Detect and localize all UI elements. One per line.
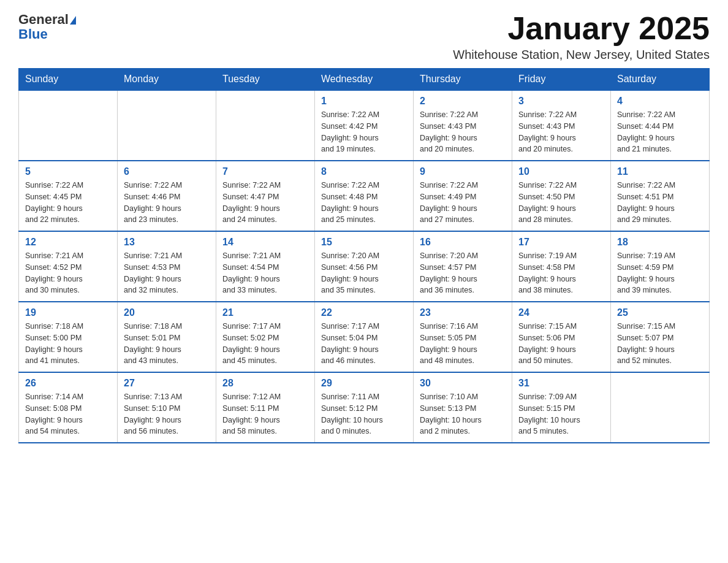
day-info: Sunrise: 7:14 AM Sunset: 5:08 PM Dayligh…	[25, 391, 111, 437]
logo-blue-text: Blue	[18, 27, 76, 42]
calendar-cell: 23Sunrise: 7:16 AM Sunset: 5:05 PM Dayli…	[414, 302, 512, 372]
calendar-cell: 10Sunrise: 7:22 AM Sunset: 4:50 PM Dayli…	[512, 161, 611, 231]
day-info: Sunrise: 7:20 AM Sunset: 4:56 PM Dayligh…	[321, 250, 407, 296]
day-info: Sunrise: 7:22 AM Sunset: 4:49 PM Dayligh…	[420, 180, 506, 226]
weekday-header-thursday: Thursday	[414, 69, 512, 91]
calendar-table: SundayMondayTuesdayWednesdayThursdayFrid…	[18, 68, 710, 443]
calendar-cell: 9Sunrise: 7:22 AM Sunset: 4:49 PM Daylig…	[414, 161, 512, 231]
calendar-header: SundayMondayTuesdayWednesdayThursdayFrid…	[19, 69, 710, 91]
day-info: Sunrise: 7:22 AM Sunset: 4:51 PM Dayligh…	[617, 180, 703, 226]
page-header: General Blue January 2025 Whitehouse Sta…	[18, 12, 710, 62]
day-info: Sunrise: 7:15 AM Sunset: 5:07 PM Dayligh…	[617, 321, 703, 367]
day-number: 12	[25, 237, 111, 248]
calendar-cell	[216, 90, 315, 161]
calendar-cell: 20Sunrise: 7:18 AM Sunset: 5:01 PM Dayli…	[118, 302, 216, 372]
day-info: Sunrise: 7:22 AM Sunset: 4:50 PM Dayligh…	[518, 180, 604, 226]
day-number: 29	[321, 378, 407, 389]
day-info: Sunrise: 7:22 AM Sunset: 4:43 PM Dayligh…	[518, 109, 604, 155]
calendar-cell: 22Sunrise: 7:17 AM Sunset: 5:04 PM Dayli…	[315, 302, 414, 372]
day-info: Sunrise: 7:21 AM Sunset: 4:52 PM Dayligh…	[25, 250, 111, 296]
calendar-cell: 13Sunrise: 7:21 AM Sunset: 4:53 PM Dayli…	[118, 231, 216, 302]
calendar-cell: 30Sunrise: 7:10 AM Sunset: 5:13 PM Dayli…	[414, 372, 512, 443]
day-info: Sunrise: 7:13 AM Sunset: 5:10 PM Dayligh…	[124, 391, 210, 437]
month-title: January 2025	[453, 12, 710, 44]
calendar-week-row: 1Sunrise: 7:22 AM Sunset: 4:42 PM Daylig…	[19, 90, 710, 161]
day-info: Sunrise: 7:16 AM Sunset: 5:05 PM Dayligh…	[420, 321, 506, 367]
calendar-cell: 7Sunrise: 7:22 AM Sunset: 4:47 PM Daylig…	[216, 161, 315, 231]
day-number: 16	[420, 237, 506, 248]
day-number: 7	[222, 166, 308, 177]
day-info: Sunrise: 7:18 AM Sunset: 5:00 PM Dayligh…	[25, 321, 111, 367]
day-info: Sunrise: 7:09 AM Sunset: 5:15 PM Dayligh…	[518, 391, 604, 437]
day-number: 5	[25, 166, 111, 177]
day-info: Sunrise: 7:22 AM Sunset: 4:44 PM Dayligh…	[617, 109, 703, 155]
calendar-week-row: 12Sunrise: 7:21 AM Sunset: 4:52 PM Dayli…	[19, 231, 710, 302]
day-info: Sunrise: 7:22 AM Sunset: 4:48 PM Dayligh…	[321, 180, 407, 226]
calendar-week-row: 19Sunrise: 7:18 AM Sunset: 5:00 PM Dayli…	[19, 302, 710, 372]
day-info: Sunrise: 7:22 AM Sunset: 4:46 PM Dayligh…	[124, 180, 210, 226]
title-area: January 2025 Whitehouse Station, New Jer…	[453, 12, 710, 62]
weekday-header-saturday: Saturday	[611, 69, 710, 91]
calendar-cell	[19, 90, 118, 161]
day-number: 3	[518, 96, 604, 107]
day-info: Sunrise: 7:21 AM Sunset: 4:54 PM Dayligh…	[222, 250, 308, 296]
calendar-cell: 5Sunrise: 7:22 AM Sunset: 4:45 PM Daylig…	[19, 161, 118, 231]
day-number: 20	[124, 307, 210, 318]
day-info: Sunrise: 7:18 AM Sunset: 5:01 PM Dayligh…	[124, 321, 210, 367]
weekday-header-wednesday: Wednesday	[315, 69, 414, 91]
day-number: 24	[518, 307, 604, 318]
calendar-cell: 11Sunrise: 7:22 AM Sunset: 4:51 PM Dayli…	[611, 161, 710, 231]
day-number: 26	[25, 378, 111, 389]
calendar-cell: 24Sunrise: 7:15 AM Sunset: 5:06 PM Dayli…	[512, 302, 611, 372]
day-info: Sunrise: 7:22 AM Sunset: 4:42 PM Dayligh…	[321, 109, 407, 155]
calendar-cell: 2Sunrise: 7:22 AM Sunset: 4:43 PM Daylig…	[414, 90, 512, 161]
day-info: Sunrise: 7:22 AM Sunset: 4:43 PM Dayligh…	[420, 109, 506, 155]
calendar-cell: 16Sunrise: 7:20 AM Sunset: 4:57 PM Dayli…	[414, 231, 512, 302]
day-number: 31	[518, 378, 604, 389]
day-number: 9	[420, 166, 506, 177]
weekday-header-monday: Monday	[118, 69, 216, 91]
calendar-cell: 14Sunrise: 7:21 AM Sunset: 4:54 PM Dayli…	[216, 231, 315, 302]
calendar-cell: 19Sunrise: 7:18 AM Sunset: 5:00 PM Dayli…	[19, 302, 118, 372]
calendar-week-row: 26Sunrise: 7:14 AM Sunset: 5:08 PM Dayli…	[19, 372, 710, 443]
weekday-header-tuesday: Tuesday	[216, 69, 315, 91]
logo: General Blue	[18, 12, 76, 42]
location-subtitle: Whitehouse Station, New Jersey, United S…	[453, 48, 710, 62]
day-number: 18	[617, 237, 703, 248]
day-number: 28	[222, 378, 308, 389]
day-number: 6	[124, 166, 210, 177]
day-info: Sunrise: 7:12 AM Sunset: 5:11 PM Dayligh…	[222, 391, 308, 437]
day-number: 4	[617, 96, 703, 107]
day-info: Sunrise: 7:11 AM Sunset: 5:12 PM Dayligh…	[321, 391, 407, 437]
day-info: Sunrise: 7:19 AM Sunset: 4:58 PM Dayligh…	[518, 250, 604, 296]
day-number: 23	[420, 307, 506, 318]
day-number: 22	[321, 307, 407, 318]
day-info: Sunrise: 7:21 AM Sunset: 4:53 PM Dayligh…	[124, 250, 210, 296]
calendar-week-row: 5Sunrise: 7:22 AM Sunset: 4:45 PM Daylig…	[19, 161, 710, 231]
day-number: 27	[124, 378, 210, 389]
day-info: Sunrise: 7:22 AM Sunset: 4:45 PM Dayligh…	[25, 180, 111, 226]
day-number: 10	[518, 166, 604, 177]
day-info: Sunrise: 7:17 AM Sunset: 5:02 PM Dayligh…	[222, 321, 308, 367]
day-number: 15	[321, 237, 407, 248]
calendar-cell: 31Sunrise: 7:09 AM Sunset: 5:15 PM Dayli…	[512, 372, 611, 443]
day-number: 14	[222, 237, 308, 248]
day-number: 19	[25, 307, 111, 318]
calendar-cell: 15Sunrise: 7:20 AM Sunset: 4:56 PM Dayli…	[315, 231, 414, 302]
weekday-header-sunday: Sunday	[19, 69, 118, 91]
calendar-cell: 27Sunrise: 7:13 AM Sunset: 5:10 PM Dayli…	[118, 372, 216, 443]
calendar-cell: 3Sunrise: 7:22 AM Sunset: 4:43 PM Daylig…	[512, 90, 611, 161]
calendar-cell: 12Sunrise: 7:21 AM Sunset: 4:52 PM Dayli…	[19, 231, 118, 302]
day-number: 8	[321, 166, 407, 177]
calendar-cell: 8Sunrise: 7:22 AM Sunset: 4:48 PM Daylig…	[315, 161, 414, 231]
day-info: Sunrise: 7:10 AM Sunset: 5:13 PM Dayligh…	[420, 391, 506, 437]
day-number: 1	[321, 96, 407, 107]
calendar-cell: 17Sunrise: 7:19 AM Sunset: 4:58 PM Dayli…	[512, 231, 611, 302]
day-info: Sunrise: 7:15 AM Sunset: 5:06 PM Dayligh…	[518, 321, 604, 367]
calendar-cell: 21Sunrise: 7:17 AM Sunset: 5:02 PM Dayli…	[216, 302, 315, 372]
day-info: Sunrise: 7:20 AM Sunset: 4:57 PM Dayligh…	[420, 250, 506, 296]
day-number: 17	[518, 237, 604, 248]
weekday-header-row: SundayMondayTuesdayWednesdayThursdayFrid…	[19, 69, 710, 91]
calendar-cell: 4Sunrise: 7:22 AM Sunset: 4:44 PM Daylig…	[611, 90, 710, 161]
calendar-cell: 28Sunrise: 7:12 AM Sunset: 5:11 PM Dayli…	[216, 372, 315, 443]
